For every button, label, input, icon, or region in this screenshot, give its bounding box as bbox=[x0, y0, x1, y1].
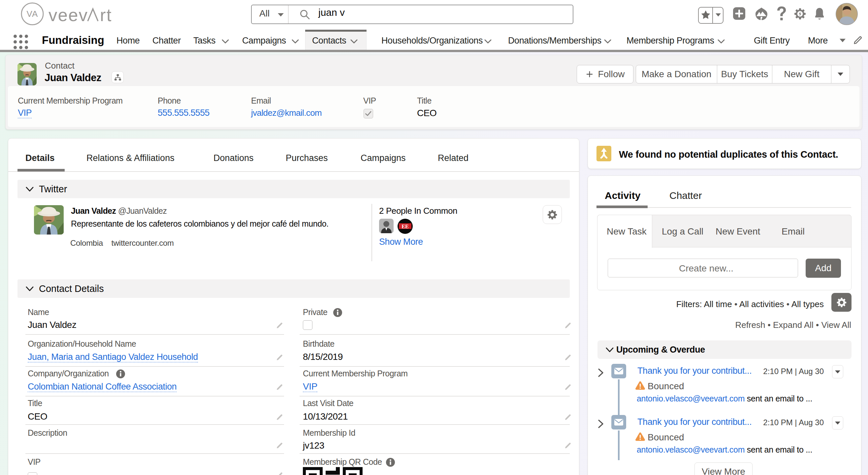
svg-text:EE: EE bbox=[402, 224, 408, 229]
svg-text:veev: veev bbox=[49, 5, 88, 25]
svg-text:VA: VA bbox=[27, 9, 38, 19]
svg-text:rt: rt bbox=[100, 5, 112, 25]
